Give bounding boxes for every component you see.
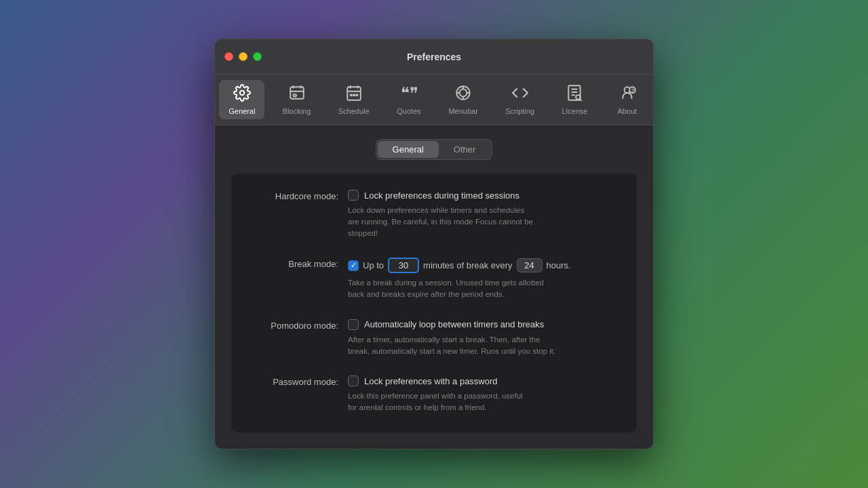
toolbar-label-scripting: Scripting [505, 107, 534, 115]
break-minutes-label: minutes of break every [423, 260, 513, 270]
toolbar-label-quotes: Quotes [397, 107, 420, 115]
break-hours-label: hours. [547, 260, 571, 270]
calendar-icon [345, 84, 363, 104]
hardcore-label: Hardcore mode: [253, 190, 348, 201]
setting-row-pomodoro: Pomodoro mode: Automatically loop betwee… [253, 319, 615, 357]
svg-text:?: ? [631, 87, 635, 94]
pomodoro-checkbox[interactable] [348, 319, 359, 330]
toolbar-label-schedule: Schedule [338, 107, 370, 115]
break-label: Break mode: [253, 258, 348, 269]
pomodoro-description: After a timer, automatically start a bre… [348, 334, 615, 357]
pomodoro-title: Automatically loop between timers and br… [364, 319, 544, 329]
license-icon [566, 84, 583, 104]
quotes-icon: ❝❞ [400, 84, 418, 104]
setting-row-break: Break mode: ✓ Up to minutes of break eve… [253, 258, 615, 300]
toolbar-item-about[interactable]: ? About [606, 80, 649, 119]
pomodoro-main: Automatically loop between timers and br… [348, 319, 615, 330]
traffic-lights [224, 52, 262, 61]
svg-point-12 [356, 95, 357, 96]
break-hours-display: 24 [517, 258, 542, 272]
hardcore-content: Lock preferences during timed sessions L… [348, 190, 615, 239]
break-main: ✓ Up to minutes of break every 24 hours. [348, 258, 615, 273]
close-button[interactable] [224, 52, 233, 61]
toolbar-item-quotes[interactable]: ❝❞ Quotes [387, 80, 431, 119]
toolbar-item-blocking[interactable]: Blocking [273, 80, 321, 119]
content-area: General Other Hardcore mode: Lock prefer… [215, 125, 653, 448]
svg-rect-5 [293, 95, 296, 97]
password-title: Lock preferences with a password [364, 376, 498, 386]
break-checkbox[interactable]: ✓ [348, 260, 359, 271]
window-title: Preferences [407, 52, 461, 62]
svg-text:❝❞: ❝❞ [401, 85, 418, 102]
svg-line-25 [580, 100, 583, 102]
break-minutes-input[interactable] [388, 258, 419, 273]
tab-other[interactable]: Other [439, 141, 491, 158]
break-description: Take a break during a session. Unused ti… [348, 277, 615, 300]
minimize-button[interactable] [239, 52, 248, 61]
toolbar: General Blocking [215, 75, 653, 125]
toolbar-item-license[interactable]: License [552, 80, 597, 119]
block-icon [288, 84, 306, 104]
password-main: Lock preferences with a password [348, 375, 615, 386]
svg-rect-6 [347, 87, 361, 101]
break-content: ✓ Up to minutes of break every 24 hours.… [348, 258, 615, 300]
toolbar-item-schedule[interactable]: Schedule [329, 80, 379, 119]
toolbar-item-scripting[interactable]: Scripting [496, 80, 544, 119]
setting-row-hardcore: Hardcore mode: Lock preferences during t… [253, 190, 615, 239]
tab-group: General Other [376, 139, 493, 160]
tab-row: General Other [231, 139, 637, 160]
about-icon: ? [618, 84, 636, 104]
toolbar-item-menubar[interactable]: Menubar [439, 80, 487, 119]
hardcore-main: Lock preferences during timed sessions [348, 190, 615, 201]
password-content: Lock preferences with a password Lock th… [348, 375, 615, 413]
svg-point-0 [240, 91, 245, 96]
password-description: Lock this preference panel with a passwo… [348, 390, 615, 413]
break-upto: Up to [363, 260, 384, 270]
toolbar-label-menubar: Menubar [448, 107, 477, 115]
toolbar-label-general: General [229, 107, 255, 115]
pomodoro-content: Automatically loop between timers and br… [348, 319, 615, 357]
toolbar-label-blocking: Blocking [283, 107, 311, 115]
titlebar: Preferences [215, 39, 653, 75]
settings-panel: Hardcore mode: Lock preferences during t… [231, 174, 637, 432]
svg-point-11 [353, 95, 355, 96]
password-checkbox[interactable] [348, 375, 359, 386]
setting-row-password: Password mode: Lock preferences with a p… [253, 375, 615, 413]
svg-point-24 [576, 96, 581, 100]
hardcore-title: Lock preferences during timed sessions [364, 190, 519, 201]
svg-rect-20 [569, 86, 580, 101]
svg-point-15 [460, 89, 467, 97]
preferences-window: Preferences General [214, 39, 654, 449]
hardcore-description: Lock down preferences while timers and s… [348, 205, 615, 239]
gear-icon [233, 84, 251, 104]
toolbar-label-about: About [617, 107, 637, 115]
zoom-button[interactable] [253, 52, 262, 61]
svg-point-10 [350, 95, 351, 96]
toolbar-item-general[interactable]: General [219, 80, 264, 119]
svg-rect-1 [290, 87, 304, 99]
pomodoro-label: Pomodoro mode: [253, 319, 348, 331]
menubar-icon [454, 84, 472, 104]
tab-general[interactable]: General [378, 141, 439, 158]
hardcore-checkbox[interactable] [348, 190, 359, 201]
toolbar-label-license: License [561, 107, 587, 115]
code-icon [511, 84, 529, 104]
password-label: Password mode: [253, 375, 348, 387]
